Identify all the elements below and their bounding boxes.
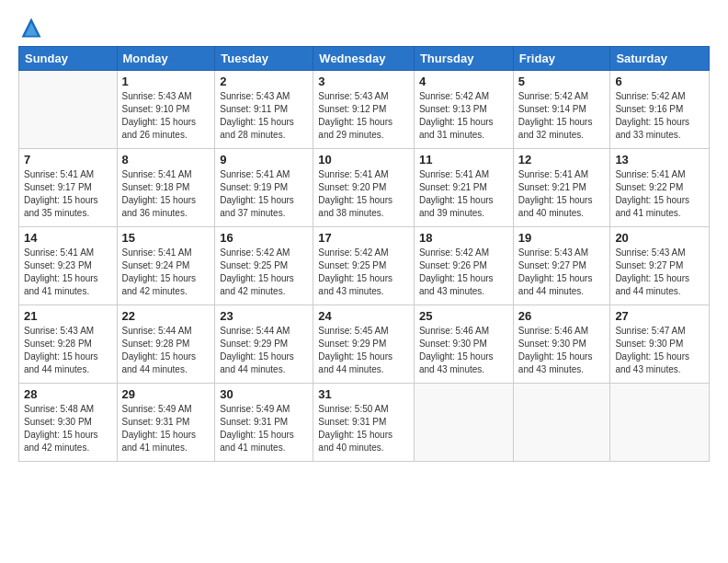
day-info: Sunrise: 5:46 AM Sunset: 9:30 PM Dayligh… (419, 325, 508, 376)
day-info: Sunrise: 5:49 AM Sunset: 9:31 PM Dayligh… (220, 403, 308, 454)
day-info: Sunrise: 5:42 AM Sunset: 9:13 PM Dayligh… (419, 90, 508, 142)
calendar-cell: 11Sunrise: 5:41 AM Sunset: 9:21 PM Dayli… (414, 149, 513, 227)
day-number: 2 (220, 75, 308, 88)
day-number: 24 (318, 309, 409, 323)
day-number: 20 (615, 231, 704, 245)
calendar-cell: 14Sunrise: 5:41 AM Sunset: 9:23 PM Dayli… (19, 227, 118, 305)
calendar-cell: 21Sunrise: 5:43 AM Sunset: 9:28 PM Dayli… (19, 305, 118, 384)
day-number: 31 (318, 387, 409, 401)
weekday-header-tuesday: Tuesday (215, 47, 313, 71)
calendar-cell: 2Sunrise: 5:43 AM Sunset: 9:11 PM Daylig… (215, 71, 313, 149)
day-number: 13 (615, 153, 704, 167)
calendar-cell (414, 384, 513, 462)
calendar-cell (610, 384, 710, 462)
calendar-cell: 17Sunrise: 5:42 AM Sunset: 9:25 PM Dayli… (313, 227, 415, 305)
day-number: 8 (122, 153, 210, 167)
day-number: 18 (419, 231, 508, 245)
day-number: 15 (122, 231, 210, 245)
week-row-4: 21Sunrise: 5:43 AM Sunset: 9:28 PM Dayli… (19, 305, 710, 384)
day-info: Sunrise: 5:43 AM Sunset: 9:28 PM Dayligh… (24, 325, 112, 376)
calendar-cell: 15Sunrise: 5:41 AM Sunset: 9:24 PM Dayli… (117, 227, 215, 305)
day-info: Sunrise: 5:48 AM Sunset: 9:30 PM Dayligh… (24, 403, 112, 454)
calendar-cell: 29Sunrise: 5:49 AM Sunset: 9:31 PM Dayli… (117, 384, 215, 462)
calendar-cell: 1Sunrise: 5:43 AM Sunset: 9:10 PM Daylig… (117, 71, 215, 149)
day-info: Sunrise: 5:43 AM Sunset: 9:12 PM Dayligh… (318, 90, 409, 142)
day-info: Sunrise: 5:41 AM Sunset: 9:17 PM Dayligh… (24, 168, 112, 220)
day-info: Sunrise: 5:43 AM Sunset: 9:10 PM Dayligh… (122, 90, 210, 142)
day-info: Sunrise: 5:41 AM Sunset: 9:20 PM Dayligh… (318, 168, 409, 220)
day-number: 12 (518, 153, 606, 167)
weekday-header-friday: Friday (513, 47, 610, 71)
day-info: Sunrise: 5:41 AM Sunset: 9:22 PM Dayligh… (615, 168, 704, 220)
weekday-header-thursday: Thursday (414, 47, 513, 71)
day-number: 16 (220, 231, 308, 245)
day-number: 5 (518, 75, 606, 88)
calendar-cell (19, 71, 118, 149)
day-info: Sunrise: 5:45 AM Sunset: 9:29 PM Dayligh… (318, 325, 409, 376)
day-number: 26 (518, 309, 606, 323)
day-info: Sunrise: 5:41 AM Sunset: 9:18 PM Dayligh… (122, 168, 210, 220)
day-number: 19 (518, 231, 606, 245)
day-number: 9 (220, 153, 308, 167)
day-info: Sunrise: 5:41 AM Sunset: 9:23 PM Dayligh… (24, 247, 112, 298)
day-info: Sunrise: 5:43 AM Sunset: 9:27 PM Dayligh… (518, 247, 606, 298)
day-info: Sunrise: 5:44 AM Sunset: 9:29 PM Dayligh… (220, 325, 308, 376)
day-info: Sunrise: 5:43 AM Sunset: 9:11 PM Dayligh… (220, 90, 308, 142)
calendar-cell: 31Sunrise: 5:50 AM Sunset: 9:31 PM Dayli… (313, 384, 415, 462)
day-info: Sunrise: 5:41 AM Sunset: 9:21 PM Dayligh… (518, 168, 606, 220)
day-info: Sunrise: 5:47 AM Sunset: 9:30 PM Dayligh… (615, 325, 704, 376)
calendar-table: SundayMondayTuesdayWednesdayThursdayFrid… (18, 46, 710, 462)
day-info: Sunrise: 5:42 AM Sunset: 9:26 PM Dayligh… (419, 247, 508, 298)
day-info: Sunrise: 5:41 AM Sunset: 9:21 PM Dayligh… (419, 168, 508, 220)
calendar-cell: 9Sunrise: 5:41 AM Sunset: 9:19 PM Daylig… (215, 149, 313, 227)
calendar-cell: 28Sunrise: 5:48 AM Sunset: 9:30 PM Dayli… (19, 384, 118, 462)
calendar-cell: 16Sunrise: 5:42 AM Sunset: 9:25 PM Dayli… (215, 227, 313, 305)
day-number: 23 (220, 309, 308, 323)
day-info: Sunrise: 5:42 AM Sunset: 9:16 PM Dayligh… (615, 90, 704, 142)
day-number: 30 (220, 387, 308, 401)
day-info: Sunrise: 5:50 AM Sunset: 9:31 PM Dayligh… (318, 403, 409, 454)
calendar-cell: 12Sunrise: 5:41 AM Sunset: 9:21 PM Dayli… (513, 149, 610, 227)
calendar-cell: 6Sunrise: 5:42 AM Sunset: 9:16 PM Daylig… (610, 71, 710, 149)
calendar-cell: 4Sunrise: 5:42 AM Sunset: 9:13 PM Daylig… (414, 71, 513, 149)
calendar-cell: 5Sunrise: 5:42 AM Sunset: 9:14 PM Daylig… (513, 71, 610, 149)
calendar-cell: 10Sunrise: 5:41 AM Sunset: 9:20 PM Dayli… (313, 149, 415, 227)
day-number: 7 (24, 153, 112, 167)
day-info: Sunrise: 5:42 AM Sunset: 9:14 PM Dayligh… (518, 90, 606, 142)
page: SundayMondayTuesdayWednesdayThursdayFrid… (0, 0, 728, 563)
calendar-cell (513, 384, 610, 462)
day-number: 21 (24, 309, 112, 323)
day-number: 11 (419, 153, 508, 167)
day-number: 17 (318, 231, 409, 245)
weekday-header-saturday: Saturday (610, 47, 710, 71)
calendar-cell: 19Sunrise: 5:43 AM Sunset: 9:27 PM Dayli… (513, 227, 610, 305)
logo-icon (18, 15, 44, 40)
calendar-cell: 20Sunrise: 5:43 AM Sunset: 9:27 PM Dayli… (610, 227, 710, 305)
calendar-cell: 24Sunrise: 5:45 AM Sunset: 9:29 PM Dayli… (313, 305, 415, 384)
day-number: 27 (615, 309, 704, 323)
calendar-cell: 22Sunrise: 5:44 AM Sunset: 9:28 PM Dayli… (117, 305, 215, 384)
day-number: 4 (419, 75, 508, 88)
calendar-cell: 13Sunrise: 5:41 AM Sunset: 9:22 PM Dayli… (610, 149, 710, 227)
day-number: 10 (318, 153, 409, 167)
day-info: Sunrise: 5:44 AM Sunset: 9:28 PM Dayligh… (122, 325, 210, 376)
week-row-5: 28Sunrise: 5:48 AM Sunset: 9:30 PM Dayli… (19, 384, 710, 462)
day-number: 25 (419, 309, 508, 323)
week-row-2: 7Sunrise: 5:41 AM Sunset: 9:17 PM Daylig… (19, 149, 710, 227)
day-info: Sunrise: 5:42 AM Sunset: 9:25 PM Dayligh… (220, 247, 308, 298)
calendar-cell: 18Sunrise: 5:42 AM Sunset: 9:26 PM Dayli… (414, 227, 513, 305)
logo (18, 15, 48, 40)
day-info: Sunrise: 5:42 AM Sunset: 9:25 PM Dayligh… (318, 247, 409, 298)
calendar-cell: 8Sunrise: 5:41 AM Sunset: 9:18 PM Daylig… (117, 149, 215, 227)
header (18, 15, 710, 40)
calendar-cell: 25Sunrise: 5:46 AM Sunset: 9:30 PM Dayli… (414, 305, 513, 384)
week-row-1: 1Sunrise: 5:43 AM Sunset: 9:10 PM Daylig… (19, 71, 710, 149)
calendar-cell: 23Sunrise: 5:44 AM Sunset: 9:29 PM Dayli… (215, 305, 313, 384)
day-number: 6 (615, 75, 704, 88)
day-info: Sunrise: 5:41 AM Sunset: 9:24 PM Dayligh… (122, 247, 210, 298)
calendar-cell: 26Sunrise: 5:46 AM Sunset: 9:30 PM Dayli… (513, 305, 610, 384)
day-number: 28 (24, 387, 112, 401)
day-info: Sunrise: 5:41 AM Sunset: 9:19 PM Dayligh… (220, 168, 308, 220)
calendar-cell: 7Sunrise: 5:41 AM Sunset: 9:17 PM Daylig… (19, 149, 118, 227)
calendar-cell: 27Sunrise: 5:47 AM Sunset: 9:30 PM Dayli… (610, 305, 710, 384)
